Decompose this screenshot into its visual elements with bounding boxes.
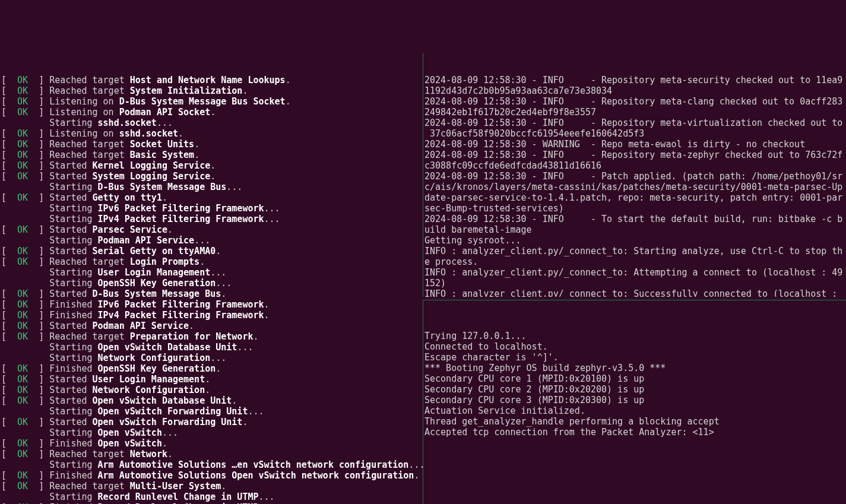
boot-line: Starting Open vSwitch Forwarding Unit... xyxy=(1,406,423,417)
boot-line: [ OK ] Started Serial Getty on ttyAMA0. xyxy=(1,246,423,256)
log-line: INFO : analyzer_client.py/_connect_to: A… xyxy=(424,267,846,278)
boot-line: Starting IPv6 Packet Filtering Framework… xyxy=(1,203,423,214)
log-line: Secondary CPU core 2 (MPID:0x20200) is u… xyxy=(424,384,846,395)
boot-line: Starting Open vSwitch Database Unit... xyxy=(1,342,423,353)
boot-line: Starting Arm Automotive Solutions …en vS… xyxy=(1,459,423,470)
boot-line: [ OK ] Reached target System Initializat… xyxy=(1,85,423,96)
boot-line: Starting Network Configuration... xyxy=(1,353,423,363)
log-line: 2024-08-09 12:58:30 - INFO - To start th… xyxy=(424,214,846,224)
boot-line: [ OK ] Reached target Preparation for Ne… xyxy=(1,331,423,342)
log-line: uild baremetal-image xyxy=(424,224,846,235)
terminal-pane-right-top[interactable]: 2024-08-09 12:58:30 - INFO - Repository … xyxy=(423,53,846,297)
log-line: Accepted tcp connection from the Packet … xyxy=(424,427,846,438)
log-line: 1192d43d7c2b0b95a93aa63ca7e73e38034 xyxy=(424,85,846,96)
log-line: sec-Bump-trusted-services) xyxy=(424,203,846,214)
boot-line: [ OK ] Reached target Login Prompts. xyxy=(1,256,423,267)
boot-line: [ OK ] Reached target Multi-User System. xyxy=(1,481,423,492)
boot-line: [ OK ] Listening on Podman API Socket. xyxy=(1,107,423,118)
boot-line: [ OK ] Finished Open vSwitch. xyxy=(1,438,423,449)
boot-line: [ OK ] Finished IPv4 Packet Filtering Fr… xyxy=(1,310,423,321)
boot-line: Starting Open vSwitch... xyxy=(1,427,423,438)
boot-line: [ OK ] Started Podman API Service. xyxy=(1,321,423,331)
log-line: Escape character is '^]'. xyxy=(424,352,846,363)
boot-line: [ OK ] Started Kernel Logging Service. xyxy=(1,160,423,171)
log-line: 2024-08-09 12:58:30 - INFO - Repository … xyxy=(424,118,846,128)
boot-line: [ OK ] Finished Arm Automotive Solutions… xyxy=(1,470,423,481)
boot-line: Starting Podman API Service... xyxy=(1,235,423,246)
log-line: Actuation Service initialized. xyxy=(424,405,846,416)
boot-line: Starting User Login Management... xyxy=(1,267,423,278)
boot-line: [ OK ] Started Parsec Service. xyxy=(1,224,423,235)
boot-line: [ OK ] Finished OpenSSH Key Generation. xyxy=(1,363,423,374)
boot-line: [ OK ] Started Open vSwitch Database Uni… xyxy=(1,395,423,406)
log-line: *** Booting Zephyr OS build zephyr-v3.5.… xyxy=(424,363,846,373)
boot-line: [ OK ] Started User Login Management. xyxy=(1,374,423,385)
boot-line: [ OK ] Listening on sshd.socket. xyxy=(1,128,423,139)
log-line: 2024-08-09 12:58:30 - INFO - Repository … xyxy=(424,96,846,107)
log-line: INFO : analyzer_client.py/_connect_to: S… xyxy=(424,246,846,256)
boot-line: [ OK ] Started Getty on tty1. xyxy=(1,192,423,203)
log-line: Secondary CPU core 3 (MPID:0x20300) is u… xyxy=(424,395,846,405)
log-line: 37c06acf58f9020bccfc61954eeefe160642d5f3 xyxy=(424,128,846,139)
log-line: c/ais/kronos/layers/meta-cassini/kas/pat… xyxy=(424,182,846,192)
boot-line: [ OK ] Reached target Basic System. xyxy=(1,150,423,160)
log-line: 152) xyxy=(424,278,846,289)
log-line: Thread get_analyzer_handle performing a … xyxy=(424,416,846,427)
boot-line: Starting IPv4 Packet Filtering Framework… xyxy=(1,214,423,224)
log-line: Secondary CPU core 1 (MPID:0x20100) is u… xyxy=(424,373,846,384)
log-line: Getting sysroot... xyxy=(424,235,846,246)
boot-line: [ OK ] Started Open vSwitch Forwarding U… xyxy=(1,417,423,427)
boot-line: [ OK ] Reached target Network. xyxy=(1,449,423,459)
log-line: 2024-08-09 12:58:30 - INFO - Repository … xyxy=(424,75,846,85)
boot-line: [ OK ] Listening on D-Bus System Message… xyxy=(1,96,423,107)
boot-line: [ OK ] Reached target Socket Units. xyxy=(1,139,423,150)
boot-line: Starting D-Bus System Message Bus... xyxy=(1,182,423,192)
boot-line: [ OK ] Finished IPv6 Packet Filtering Fr… xyxy=(1,299,423,310)
log-line: 2024-08-09 12:58:30 - WARNING - Repo met… xyxy=(424,139,846,150)
log-line: INFO : analyzer_client.py/_connect_to: S… xyxy=(424,289,846,297)
log-line: c3088fc09ccfde6edfcdad43811d16616 xyxy=(424,160,846,171)
terminal-pane-right-bottom[interactable]: Trying 127.0.0.1...Connected to localhos… xyxy=(423,300,846,504)
log-line: 2024-08-09 12:58:30 - INFO - Repository … xyxy=(424,150,846,160)
log-line: Trying 127.0.0.1... xyxy=(424,331,846,341)
boot-line: [ OK ] Started System Logging Service. xyxy=(1,171,423,182)
log-line: 2024-08-09 12:58:30 - INFO - Patch appli… xyxy=(424,171,846,182)
log-line: Connected to localhost. xyxy=(424,341,846,352)
boot-line: [ OK ] Reached target Host and Network N… xyxy=(1,75,423,85)
boot-line: Starting Record Runlevel Change in UTMP.… xyxy=(1,492,423,502)
boot-line: [ OK ] Started D-Bus System Message Bus. xyxy=(1,289,423,299)
log-line: date-parsec-service-to-1.4.1.patch, repo… xyxy=(424,192,846,203)
terminal-pane-left[interactable]: [ OK ] Reached target Host and Network N… xyxy=(0,53,423,504)
boot-line: [ OK ] Started Network Configuration. xyxy=(1,385,423,395)
log-line: e process. xyxy=(424,256,846,267)
boot-line: Starting OpenSSH Key Generation... xyxy=(1,278,423,289)
boot-line: Starting sshd.socket... xyxy=(1,118,423,128)
log-line: 249842eb1f617b20c2ed4ebf9f8e3557 xyxy=(424,107,846,118)
